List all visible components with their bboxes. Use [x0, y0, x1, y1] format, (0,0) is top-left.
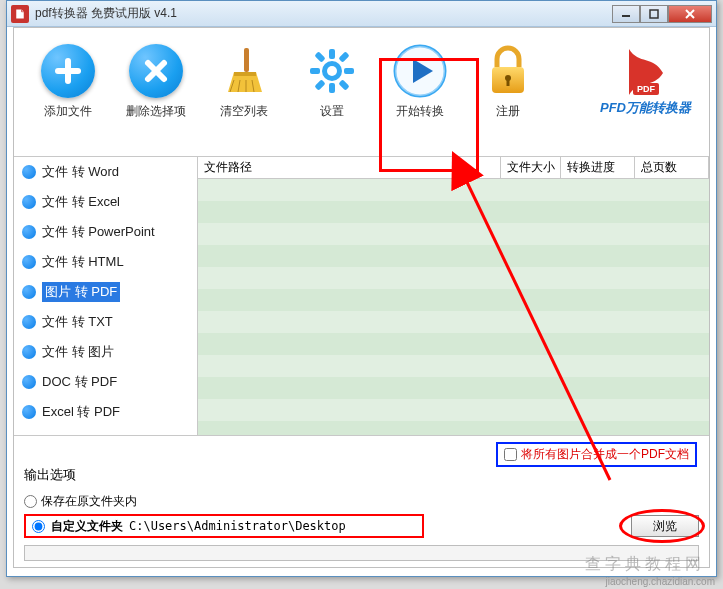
clear-list-button[interactable]: 清空列表	[200, 39, 288, 124]
sidebar-item-powerpoint[interactable]: 文件 转 PowerPoint	[14, 217, 197, 247]
custom-folder-label: 自定义文件夹	[51, 518, 123, 535]
minimize-button[interactable]	[612, 5, 640, 23]
sidebar-item-excel-pdf[interactable]: Excel 转 PDF	[14, 397, 197, 427]
sidebar-item-image[interactable]: 文件 转 图片	[14, 337, 197, 367]
svg-rect-28	[507, 78, 510, 86]
bullet-icon	[22, 255, 36, 269]
lock-icon	[480, 43, 536, 99]
bullet-icon	[22, 195, 36, 209]
sidebar-item-ppt-pdf[interactable]: PowerPoint 转 PDF	[14, 427, 197, 435]
sidebar-item-txt[interactable]: 文件 转 TXT	[14, 307, 197, 337]
svg-rect-20	[314, 79, 325, 90]
toolbar-label: 注册	[496, 103, 520, 120]
titlebar: pdf转换器 免费试用版 v4.1	[7, 1, 716, 27]
col-pages[interactable]: 总页数	[635, 157, 709, 178]
register-button[interactable]: 注册	[464, 39, 552, 124]
svg-rect-19	[338, 51, 349, 62]
close-button[interactable]	[668, 5, 712, 23]
x-icon	[129, 44, 183, 98]
svg-rect-21	[338, 79, 349, 90]
svg-rect-17	[344, 68, 354, 74]
bullet-icon	[22, 345, 36, 359]
merge-label: 将所有图片合并成一个PDF文档	[521, 446, 689, 463]
output-title: 输出选项	[24, 466, 699, 484]
toolbar-label: 删除选择项	[126, 103, 186, 120]
bullet-icon	[22, 225, 36, 239]
sidebar: 文件 转 Word 文件 转 Excel 文件 转 PowerPoint 文件 …	[14, 156, 198, 435]
app-icon	[11, 5, 29, 23]
col-progress[interactable]: 转换进度	[561, 157, 635, 178]
start-convert-button[interactable]: 开始转换	[376, 39, 464, 124]
brand-logo: PDF PFD万能转换器	[600, 45, 691, 117]
sidebar-item-excel[interactable]: 文件 转 Excel	[14, 187, 197, 217]
col-size[interactable]: 文件大小	[501, 157, 561, 178]
keep-original-radio-row[interactable]: 保存在原文件夹内	[24, 490, 699, 512]
svg-rect-18	[314, 51, 325, 62]
svg-rect-15	[329, 83, 335, 93]
app-window: pdf转换器 免费试用版 v4.1 添加文件 删除选择项 清空列表 设置	[6, 0, 717, 577]
keep-original-radio[interactable]	[24, 495, 37, 508]
file-grid: 文件路径 文件大小 转换进度 总页数	[198, 156, 709, 435]
custom-folder-path: C:\Users\Administrator\Desktop	[129, 519, 346, 533]
sidebar-item-word[interactable]: 文件 转 Word	[14, 157, 197, 187]
svg-rect-1	[650, 10, 658, 18]
play-icon	[392, 43, 448, 99]
bullet-icon	[22, 165, 36, 179]
merge-checkbox-row[interactable]: 将所有图片合并成一个PDF文档	[496, 442, 697, 467]
watermark-cn: 查字典教程网	[585, 554, 705, 575]
grid-header: 文件路径 文件大小 转换进度 总页数	[198, 157, 709, 179]
broom-icon	[216, 43, 272, 99]
browse-button[interactable]: 浏览	[631, 515, 699, 537]
sidebar-item-doc-pdf[interactable]: DOC 转 PDF	[14, 367, 197, 397]
toolbar-label: 开始转换	[396, 103, 444, 120]
bullet-icon	[22, 285, 36, 299]
svg-rect-14	[329, 49, 335, 59]
bullet-icon	[22, 375, 36, 389]
maximize-button[interactable]	[640, 5, 668, 23]
toolbar-label: 添加文件	[44, 103, 92, 120]
toolbar-label: 设置	[320, 103, 344, 120]
settings-button[interactable]: 设置	[288, 39, 376, 124]
custom-folder-radio[interactable]	[32, 520, 45, 533]
keep-original-label: 保存在原文件夹内	[41, 493, 137, 510]
remove-selected-button[interactable]: 删除选择项	[112, 39, 200, 124]
watermark-url: jiaocheng.chazidian.com	[605, 576, 715, 587]
sidebar-item-html[interactable]: 文件 转 HTML	[14, 247, 197, 277]
gear-icon	[304, 43, 360, 99]
output-panel: 将所有图片合并成一个PDF文档 输出选项 保存在原文件夹内 自定义文件夹 C:\…	[14, 435, 709, 567]
bullet-icon	[22, 315, 36, 329]
brand-text: PFD万能转换器	[600, 99, 691, 117]
svg-rect-16	[310, 68, 320, 74]
content-area: 添加文件 删除选择项 清空列表 设置 开始转换 注册	[13, 27, 710, 568]
pdf-icon: PDF	[623, 45, 669, 97]
svg-text:PDF: PDF	[637, 84, 656, 94]
add-file-button[interactable]: 添加文件	[24, 39, 112, 124]
svg-rect-8	[244, 48, 249, 72]
merge-checkbox[interactable]	[504, 448, 517, 461]
toolbar: 添加文件 删除选择项 清空列表 设置 开始转换 注册	[14, 28, 709, 128]
plus-icon	[41, 44, 95, 98]
toolbar-label: 清空列表	[220, 103, 268, 120]
sidebar-item-image-to-pdf[interactable]: 图片 转 PDF	[14, 277, 197, 307]
window-title: pdf转换器 免费试用版 v4.1	[35, 5, 612, 22]
col-path[interactable]: 文件路径	[198, 157, 501, 178]
svg-point-22	[327, 66, 337, 76]
grid-body[interactable]	[198, 179, 709, 435]
bullet-icon	[22, 405, 36, 419]
custom-folder-highlight: 自定义文件夹 C:\Users\Administrator\Desktop	[24, 514, 424, 538]
